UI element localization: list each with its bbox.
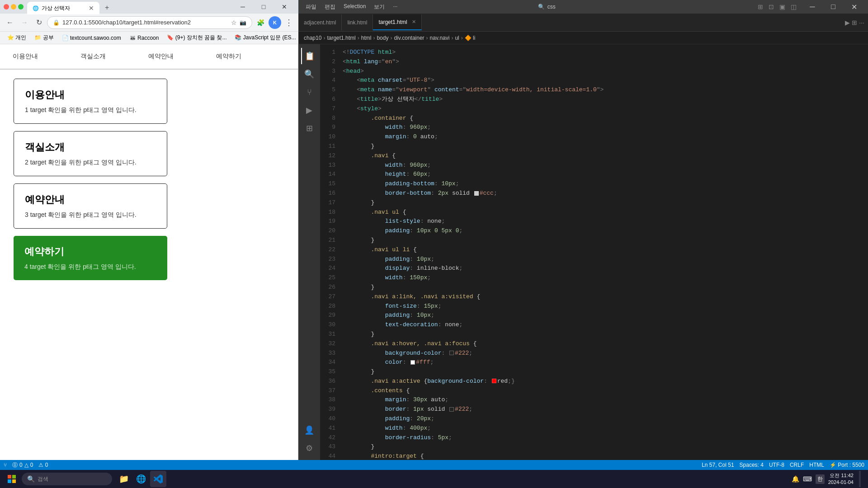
- editor-tab-target1[interactable]: target1.html ✕: [373, 14, 421, 30]
- taskbar-explorer-icon[interactable]: 📁: [116, 471, 132, 487]
- vscode-minimize[interactable]: ─: [802, 0, 823, 14]
- vscode-close[interactable]: ✕: [844, 0, 864, 14]
- vscode-menu-more[interactable]: ···: [389, 1, 401, 13]
- taskbar-notification-icon[interactable]: 🔔: [792, 475, 799, 483]
- editor-tab-adjacent[interactable]: adjacent.html: [298, 14, 342, 30]
- breadcrumb-target1[interactable]: target1.html: [327, 35, 355, 41]
- breadcrumb-div[interactable]: div.container: [394, 35, 424, 41]
- activity-extensions[interactable]: ⊞: [301, 120, 317, 136]
- vscode-restore[interactable]: □: [823, 0, 844, 14]
- code-line: }: [339, 236, 868, 245]
- layout-icon-1[interactable]: ⊞: [756, 1, 765, 12]
- vscode-menu-selection[interactable]: Selection: [340, 1, 369, 13]
- bookmark-star-icon[interactable]: ☆: [231, 19, 237, 26]
- bookmark-textcount[interactable]: 📄 textcount.sawoo.com: [58, 34, 125, 42]
- code-lines[interactable]: <!DOCTYPE html> <html lang="en"> <head> …: [339, 44, 868, 460]
- taskbar-ime-indicator[interactable]: 한: [816, 474, 825, 484]
- bookmark-jang[interactable]: 🔖 (9+) 장치헌 꿈을 찾...: [163, 33, 230, 42]
- status-warnings[interactable]: ⚠ 0: [38, 462, 48, 468]
- editor-tab-target1-close[interactable]: ✕: [412, 19, 416, 25]
- profile-button[interactable]: K: [269, 16, 281, 29]
- taskbar-show-desktop[interactable]: [859, 471, 861, 487]
- taskbar-vscode-icon[interactable]: [150, 471, 166, 487]
- vscode-search-input[interactable]: [547, 4, 593, 10]
- code-editor: 1 2 3 4 5 6 7 8 9 10 11 12 13: [320, 44, 868, 460]
- editor-tab-adjacent-label: adjacent.html: [304, 19, 336, 26]
- taskbar-search[interactable]: 🔍 검색: [22, 473, 112, 485]
- breadcrumb-body[interactable]: body: [377, 35, 388, 41]
- status-git-icon[interactable]: ⑂: [4, 462, 7, 468]
- maximize-button[interactable]: □: [253, 0, 274, 14]
- taskbar-date: 2024-01-04: [828, 479, 854, 486]
- bookmark-personal[interactable]: ⭐ 개인: [4, 33, 30, 42]
- screenshot-icon[interactable]: 📷: [240, 19, 246, 26]
- reload-button[interactable]: ↻: [33, 16, 45, 29]
- content-desc-reservation: 3 target 확인을 위한 p태그 영역 입니다.: [25, 211, 156, 219]
- taskbar-keyboard-icon[interactable]: ⌨: [803, 475, 812, 483]
- content-box-reservation: 예약안내 3 target 확인을 위한 p태그 영역 입니다.: [14, 183, 167, 229]
- code-line: width: 960px;: [339, 161, 868, 170]
- bookmark-js[interactable]: 📚 JavaScript 입문 (ES...: [231, 33, 298, 42]
- minimize-button[interactable]: ─: [232, 0, 253, 14]
- preview-content: 이용안내 1 target 확인을 위한 p태그 영역 입니다. 객실소개 2 …: [0, 70, 298, 289]
- code-line: <title>가상 선택자</title>: [339, 95, 868, 104]
- activity-settings[interactable]: ⚙: [301, 440, 317, 456]
- taskbar-browser-icon[interactable]: 🌐: [133, 471, 149, 487]
- status-language[interactable]: HTML: [809, 462, 824, 468]
- breadcrumb-sep4: ›: [390, 35, 392, 41]
- bookmark-study[interactable]: 📁 공부: [31, 33, 57, 42]
- breadcrumb-nav[interactable]: nav.navi: [430, 35, 450, 41]
- activity-explorer[interactable]: 📋: [301, 48, 317, 64]
- forward-button[interactable]: →: [18, 16, 31, 29]
- layout-icon-3[interactable]: ▣: [778, 1, 787, 12]
- activity-account[interactable]: 👤: [301, 422, 317, 438]
- status-line-ending[interactable]: CRLF: [790, 462, 804, 468]
- breadcrumb-html[interactable]: html: [361, 35, 372, 41]
- nav-link-reservation[interactable]: 예약안내: [145, 49, 212, 64]
- svg-rect-3: [12, 479, 16, 483]
- start-button[interactable]: [4, 471, 20, 487]
- status-cursor[interactable]: Ln 57, Col 51: [702, 462, 734, 468]
- content-desc-reservation2: 4 target 확인을 위한 p태그 영역 입니다.: [24, 263, 156, 271]
- browser-tab-close[interactable]: ✕: [89, 5, 94, 12]
- layout-icon-4[interactable]: ◫: [789, 1, 798, 12]
- breadcrumb-li[interactable]: 🔶 li: [465, 35, 476, 41]
- breadcrumb-chap10[interactable]: chap10: [304, 35, 321, 41]
- code-line: width: 400px;: [339, 424, 868, 433]
- editor-tab-link[interactable]: link.html: [342, 14, 373, 30]
- code-area[interactable]: 1 2 3 4 5 6 7 8 9 10 11 12 13: [320, 44, 868, 460]
- status-port[interactable]: ⚡ Port : 5500: [830, 462, 864, 468]
- status-spaces[interactable]: Spaces: 4: [740, 462, 764, 468]
- lock-icon: 🔒: [53, 19, 60, 26]
- nav-link-intro[interactable]: 이용안내: [9, 49, 77, 64]
- activity-git[interactable]: ⑂: [301, 84, 317, 100]
- status-encoding[interactable]: UTF-8: [769, 462, 784, 468]
- run-icon[interactable]: ▶: [845, 19, 850, 26]
- code-line: width: 150px;: [339, 273, 868, 283]
- vscode-menu-edit[interactable]: 편집: [321, 1, 339, 13]
- more-editor-icon[interactable]: ···: [859, 19, 864, 26]
- address-bar[interactable]: 🔒 127.0.0.1:5500/chap10/target1.html#res…: [47, 16, 252, 29]
- split-editor-icon[interactable]: ⊞: [852, 19, 857, 26]
- activity-run[interactable]: ▶: [301, 102, 317, 118]
- code-line: margin: 30px auto;: [339, 395, 868, 405]
- extensions-button[interactable]: 🧩: [254, 16, 267, 29]
- activity-bar: 📋 🔍 ⑂ ▶ ⊞ 👤 ⚙: [298, 44, 320, 460]
- close-button[interactable]: ✕: [274, 0, 295, 14]
- status-errors[interactable]: ⓪ 0 △ 0: [12, 461, 33, 469]
- new-tab-button[interactable]: +: [100, 1, 113, 14]
- editor-tab-link-label: link.html: [347, 19, 367, 26]
- back-button[interactable]: ←: [4, 16, 16, 29]
- vscode-menu-view[interactable]: 보기: [370, 1, 388, 13]
- layout-icon-2[interactable]: ⊡: [767, 1, 776, 12]
- nav-link-room[interactable]: 객실소개: [77, 49, 145, 64]
- more-button[interactable]: ⋮: [283, 18, 295, 28]
- bookmark-raccoon[interactable]: 🦝 Raccoon: [126, 34, 163, 42]
- code-line: <meta charset="UTF-8">: [339, 76, 868, 85]
- browser-tab-active[interactable]: 🌐 가상 선택자 ✕: [27, 2, 99, 14]
- breadcrumb-sep5: ›: [426, 35, 428, 41]
- nav-link-reservation2[interactable]: 예약하기: [212, 49, 280, 64]
- breadcrumb-ul[interactable]: ul: [455, 35, 459, 41]
- activity-search[interactable]: 🔍: [301, 66, 317, 82]
- vscode-menu-file[interactable]: 파일: [302, 1, 320, 13]
